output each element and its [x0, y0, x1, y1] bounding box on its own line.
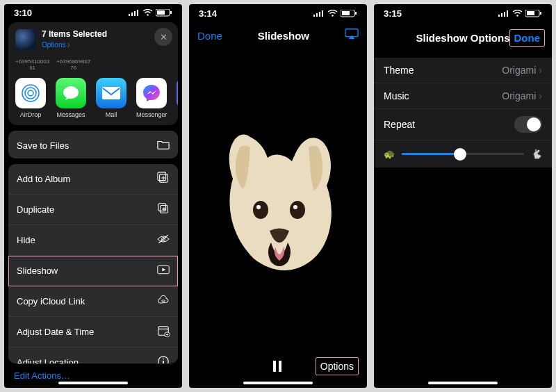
home-indicator[interactable]	[243, 382, 313, 384]
app-icon-partial	[177, 78, 178, 108]
hide[interactable]: Hide	[8, 225, 178, 256]
messages-app[interactable]: Messages	[56, 78, 86, 118]
svg-rect-6	[157, 10, 165, 15]
svg-rect-34	[355, 12, 357, 15]
home-indicator[interactable]	[58, 382, 128, 384]
status-indicators	[313, 10, 357, 17]
chevron-right-icon: ›	[67, 39, 70, 50]
app-partial[interactable]: D	[177, 78, 178, 118]
folder-icon	[157, 138, 170, 153]
slideshow-content[interactable]	[189, 49, 367, 350]
status-time: 3:14	[199, 8, 217, 19]
done-button[interactable]: Done	[509, 29, 546, 47]
svg-point-37	[290, 201, 305, 219]
done-button[interactable]: Done	[197, 30, 222, 42]
airdrop-icon	[15, 78, 46, 108]
duplicate[interactable]: Duplicate	[8, 195, 178, 225]
svg-rect-12	[102, 87, 120, 99]
options-title: Slideshow Options	[416, 32, 509, 44]
slider-thumb[interactable]	[454, 148, 466, 161]
contact-item[interactable]: +639531000361	[15, 58, 49, 71]
speed-slider[interactable]	[402, 153, 524, 155]
save-to-files[interactable]: Save to Files	[8, 131, 178, 158]
music-label: Music	[384, 90, 409, 101]
slideshow-player-screen: 3:14 Done Slideshow Options	[189, 4, 367, 388]
status-time: 3:10	[14, 8, 32, 18]
svg-rect-43	[507, 10, 508, 17]
status-bar: 3:15	[374, 4, 552, 22]
wifi-icon	[327, 10, 338, 17]
cellular-icon	[129, 9, 140, 16]
mail-app[interactable]: Mail	[96, 78, 126, 118]
share-sheet-screen: 3:10 7 Items Selected Options› ✕ +639531…	[4, 4, 182, 388]
svg-point-39	[293, 205, 297, 209]
svg-point-25	[163, 359, 164, 360]
messenger-app[interactable]: Messenger	[136, 78, 167, 118]
svg-rect-28	[316, 13, 318, 17]
svg-point-11	[63, 86, 79, 99]
pause-button[interactable]	[270, 361, 285, 372]
svg-point-8	[28, 90, 33, 96]
wifi-icon	[142, 9, 153, 17]
svg-rect-7	[170, 11, 172, 14]
messages-icon	[56, 78, 86, 108]
svg-rect-41	[501, 13, 502, 17]
info-icon	[157, 355, 170, 364]
airplay-button[interactable]	[345, 28, 359, 43]
svg-rect-2	[134, 11, 136, 16]
slideshow-action[interactable]: Slideshow	[8, 256, 178, 286]
close-button[interactable]: ✕	[154, 28, 172, 46]
selection-thumbnail	[15, 29, 36, 50]
home-indicator[interactable]	[428, 382, 498, 384]
add-to-album[interactable]: Add to Album	[8, 164, 178, 195]
options-list: Theme Origami› Music Origami› Repeat 🐢 🐇	[374, 58, 552, 168]
status-bar: 3:10	[4, 4, 182, 21]
adjust-location[interactable]: Adjust Location	[8, 348, 178, 364]
album-add-icon	[157, 172, 170, 186]
svg-rect-46	[527, 11, 534, 15]
action-group-2: Add to Album Duplicate Hide Slideshow Co…	[8, 164, 178, 364]
share-sheet-header: 7 Items Selected Options› ✕ +63953100036…	[8, 22, 178, 125]
theme-row[interactable]: Theme Origami›	[374, 58, 552, 83]
messenger-icon	[136, 78, 167, 108]
music-row[interactable]: Music Origami›	[374, 83, 552, 109]
svg-point-4	[147, 14, 148, 15]
contact-item[interactable]: +639686988776	[56, 58, 90, 71]
options-link[interactable]: Options›	[42, 39, 107, 50]
suggested-contacts: +639531000361 +639686988776	[8, 54, 178, 76]
share-apps-row[interactable]: AirDrop Messages Mail Messenger D	[8, 76, 178, 125]
cloud-link-icon	[157, 294, 170, 309]
play-rect-icon	[157, 263, 170, 278]
rabbit-icon: 🐇	[531, 149, 542, 159]
svg-point-31	[332, 15, 333, 16]
airdrop-app[interactable]: AirDrop	[15, 78, 46, 118]
status-indicators	[498, 10, 542, 17]
music-value: Origami	[502, 90, 536, 101]
speed-slider-row: 🐢 🐇	[374, 140, 552, 168]
svg-rect-33	[342, 11, 350, 15]
svg-rect-14	[158, 172, 166, 181]
svg-point-38	[256, 205, 261, 209]
svg-rect-0	[129, 14, 130, 16]
theme-label: Theme	[384, 65, 414, 76]
close-icon: ✕	[160, 32, 167, 42]
eye-slash-icon	[157, 233, 170, 247]
svg-rect-1	[131, 13, 133, 16]
turtle-icon: 🐢	[384, 149, 395, 159]
wifi-icon	[512, 10, 523, 17]
svg-point-20	[162, 300, 165, 302]
chevron-right-icon: ›	[539, 65, 542, 76]
svg-rect-3	[137, 10, 138, 16]
adjust-date-time[interactable]: Adjust Date & Time	[8, 317, 178, 348]
slideshow-nav: Done Slideshow	[189, 22, 367, 49]
theme-value: Origami	[502, 65, 536, 76]
copy-icloud-link[interactable]: Copy iCloud Link	[8, 286, 178, 317]
slideshow-options-button[interactable]: Options	[316, 357, 359, 375]
status-indicators	[129, 9, 172, 17]
status-bar: 3:14	[189, 4, 367, 22]
repeat-label: Repeat	[384, 119, 415, 130]
mail-icon	[96, 78, 126, 108]
svg-rect-27	[313, 15, 315, 17]
cellular-icon	[313, 10, 325, 17]
repeat-toggle[interactable]	[514, 116, 542, 133]
